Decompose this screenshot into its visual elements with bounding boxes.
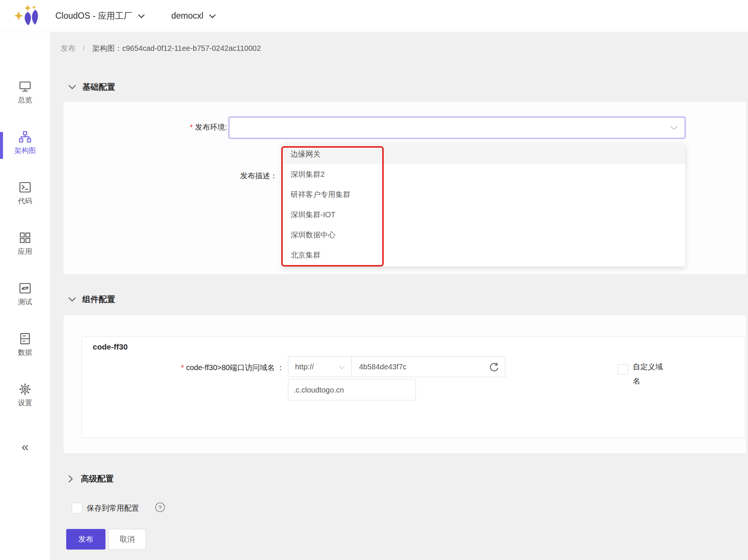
sidebar-item-overview[interactable]: 总览: [0, 80, 50, 105]
sidebar-nav: 总览 架构图 代码 应用: [0, 32, 50, 560]
dropdown-option[interactable]: 深圳集群2: [282, 164, 685, 184]
publish-button[interactable]: 发布: [66, 529, 105, 550]
monitor-icon: [18, 80, 32, 93]
dropdown-option[interactable]: 边缘网关: [282, 144, 685, 164]
required-marker: *: [190, 123, 193, 131]
chevron-down-icon: [68, 84, 76, 90]
section-title: 基础配置: [82, 81, 115, 93]
custom-domain-label[interactable]: 自定义域名: [633, 360, 667, 388]
sidebar-item-code[interactable]: 代码: [0, 181, 50, 206]
app-root: CloudOS - 应用工厂 democxl 总览 架构图: [0, 0, 748, 560]
sidebar-item-data[interactable]: 数据: [0, 332, 50, 357]
domain-value: 4b584de43f7c: [359, 363, 407, 371]
sidebar-item-architecture[interactable]: 架构图: [0, 130, 50, 156]
breadcrumb-separator: /: [83, 44, 85, 52]
sidebar-item-label: 数据: [18, 348, 32, 357]
dropdown-option[interactable]: 深圳集群-IOT: [282, 204, 685, 225]
publish-env-dropdown: 边缘网关 深圳集群2 研祥客户专用集群 深圳集群-IOT 深圳数据中心 北京集群: [282, 144, 685, 267]
publish-env-select[interactable]: [229, 117, 685, 138]
sidebar-collapse-button[interactable]: «: [0, 440, 50, 453]
apps-icon: [18, 231, 32, 244]
chevron-down-icon: [68, 297, 76, 302]
cancel-button[interactable]: 取消: [108, 529, 146, 550]
section-title: 组件配置: [82, 294, 115, 305]
sidebar-item-apps[interactable]: 应用: [0, 231, 50, 256]
protocol-select[interactable]: http://: [288, 356, 352, 377]
domain-field-label: *code-ff30>80端口访问域名 ：: [153, 363, 284, 373]
product-switcher[interactable]: CloudOS - 应用工厂: [55, 0, 145, 32]
database-icon: [18, 332, 32, 345]
breadcrumb-section[interactable]: 发布: [61, 44, 76, 52]
chevron-down-icon: [209, 14, 216, 18]
sidebar-item-settings[interactable]: 设置: [0, 382, 50, 408]
product-title: CloudOS - 应用工厂: [55, 10, 132, 22]
section-component-config[interactable]: 组件配置: [68, 294, 115, 305]
refresh-icon[interactable]: [488, 362, 499, 372]
terminal-icon: [18, 181, 32, 194]
sidebar-item-label: 测试: [18, 297, 32, 307]
save-common-config-checkbox[interactable]: [72, 503, 82, 513]
section-title: 高级配置: [81, 473, 114, 484]
section-advanced-config[interactable]: 高级配置: [68, 473, 114, 484]
component-name: code-ff30: [93, 342, 128, 351]
dropdown-option[interactable]: 北京集群: [282, 245, 685, 265]
sidebar-item-label: 架构图: [15, 146, 36, 156]
custom-domain-checkbox[interactable]: [618, 364, 628, 375]
breadcrumb: 发布 / 架构图：c9654cad-0f12-11ee-b757-0242ac1…: [61, 43, 261, 53]
sidebar-item-label: 代码: [18, 196, 32, 206]
dropdown-option[interactable]: 深圳数据中心: [282, 225, 685, 245]
cloudos-logo-icon: [13, 3, 43, 28]
sidebar-item-label: 应用: [18, 247, 32, 256]
top-header: CloudOS - 应用工厂 democxl: [0, 0, 748, 32]
chevron-down-icon: [338, 366, 345, 370]
sidebar-item-test[interactable]: 测试: [0, 281, 50, 307]
sidebar-item-label: 总览: [18, 95, 32, 105]
domain-suffix: .c.cloudtogo.cn: [294, 386, 344, 394]
test-sync-icon: [18, 281, 32, 295]
publish-env-label: *发布环境:: [150, 122, 227, 132]
publish-desc-label: 发布描述：: [187, 171, 278, 181]
gear-icon: [18, 382, 32, 396]
chevron-down-icon: [138, 14, 145, 18]
workspace-switcher[interactable]: democxl: [171, 0, 216, 32]
required-marker: *: [181, 363, 184, 372]
breadcrumb-current: 架构图：c9654cad-0f12-11ee-b757-0242ac110002: [92, 44, 261, 52]
section-basic-config[interactable]: 基础配置: [68, 81, 115, 93]
chevron-down-icon: [670, 126, 678, 130]
dropdown-option[interactable]: 研祥客户专用集群: [282, 184, 685, 204]
help-icon[interactable]: ?: [155, 502, 165, 512]
protocol-value: http://: [295, 363, 314, 371]
chevron-right-icon: [68, 475, 73, 483]
sidebar-item-label: 设置: [18, 398, 32, 408]
workspace-name: democxl: [171, 11, 203, 21]
save-common-config-label[interactable]: 保存到常用配置: [87, 503, 139, 513]
domain-input[interactable]: 4b584de43f7c: [351, 356, 505, 377]
domain-suffix-box: .c.cloudtogo.cn: [288, 379, 416, 400]
sitemap-icon: [18, 130, 32, 144]
